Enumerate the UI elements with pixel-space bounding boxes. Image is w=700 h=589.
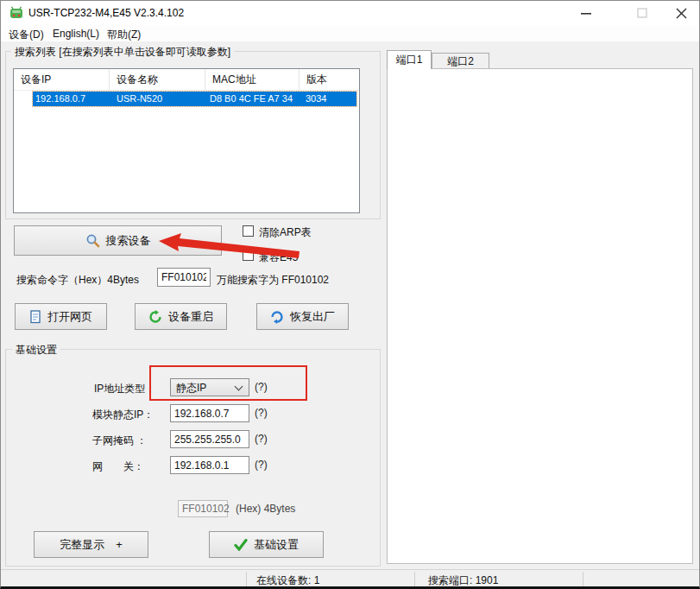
- clear-arp-label: 清除ARP表: [259, 225, 312, 240]
- tab-port2-label: 端口2: [447, 54, 474, 69]
- check-icon: [234, 539, 248, 551]
- static-ip-help-link[interactable]: (?): [255, 407, 268, 419]
- status-divider: [414, 572, 415, 586]
- gateway-label: 网 关：: [92, 459, 144, 474]
- static-ip-label: 模块静态IP：: [92, 408, 154, 422]
- maximize-icon: [637, 8, 647, 18]
- col-header-mac[interactable]: MAC地址: [205, 69, 300, 91]
- tab-port1-label: 端口1: [396, 53, 423, 67]
- cell-device-ip: 192.168.0.7: [35, 93, 85, 104]
- minimize-button[interactable]: [566, 1, 605, 25]
- tab-port2[interactable]: 端口2: [432, 53, 489, 69]
- webpage-icon: [29, 310, 41, 324]
- search-device-button[interactable]: 搜索设备: [14, 225, 222, 256]
- compat-e45-checkbox[interactable]: [243, 250, 254, 261]
- title-bar: USR-TCP232-M4,E45 V2.3.4.102: [1, 1, 699, 25]
- gateway-help-link[interactable]: (?): [255, 459, 268, 471]
- subnet-label: 子网掩码 ：: [92, 434, 147, 448]
- status-divider: [583, 572, 583, 586]
- subnet-input[interactable]: [170, 430, 249, 448]
- window-title: USR-TCP232-M4,E45 V2.3.4.102: [28, 7, 184, 19]
- menu-bar: 设备(D) English(L) 帮助(Z): [1, 25, 699, 41]
- app-window: USR-TCP232-M4,E45 V2.3.4.102 设备(D) Engli…: [0, 0, 700, 589]
- basic-setup-label: 基础设置: [254, 537, 299, 553]
- status-divider: [246, 572, 247, 586]
- gateway-input[interactable]: [170, 456, 249, 474]
- ip-type-combobox[interactable]: 静态IP: [170, 378, 249, 396]
- status-bar: 在线设备数: 1 搜索端口: 1901: [1, 569, 699, 588]
- close-button[interactable]: [662, 1, 700, 25]
- col-header-device-name[interactable]: 设备名称: [110, 69, 205, 91]
- ip-type-value: 静态IP: [176, 380, 206, 395]
- table-row-selected[interactable]: 192.168.0.7 USR-N520 D8 B0 4C FE A7 34 3…: [33, 92, 356, 106]
- device-table: 设备IP 设备名称 MAC地址 版本 192.168.0.7 USR-N520 …: [13, 68, 360, 213]
- ip-type-help-link[interactable]: (?): [255, 381, 268, 393]
- basic-settings-group-title: 基础设置: [12, 343, 60, 358]
- minimize-icon: [581, 8, 591, 18]
- search-cmd-input[interactable]: [157, 268, 211, 287]
- chevron-down-icon: [235, 382, 243, 390]
- app-logo-icon: [9, 6, 23, 20]
- hex-code-suffix: (Hex) 4Bytes: [236, 503, 295, 515]
- cell-version: 3034: [306, 93, 326, 104]
- maximize-button: [622, 1, 661, 25]
- search-icon: [85, 233, 100, 248]
- static-ip-input[interactable]: [170, 404, 249, 422]
- menu-help[interactable]: 帮助(Z): [103, 27, 145, 43]
- close-icon: [676, 8, 687, 19]
- search-device-label: 搜索设备: [106, 233, 151, 249]
- port1-tab-page: [387, 68, 693, 564]
- restart-device-label: 设备重启: [168, 309, 213, 325]
- factory-reset-icon: [270, 310, 284, 324]
- hex-code-display: FF010102: [178, 500, 228, 517]
- restart-icon: [148, 310, 162, 324]
- search-port-status: 搜索端口: 1901: [428, 573, 498, 588]
- open-webpage-label: 打开网页: [47, 309, 92, 325]
- tab-port1[interactable]: 端口1: [387, 50, 432, 69]
- search-cmd-label: 搜索命令字（Hex）4Bytes: [16, 273, 139, 288]
- online-device-count: 在线设备数: 1: [256, 573, 319, 588]
- menu-english[interactable]: English(L): [48, 27, 104, 41]
- full-display-button[interactable]: 完整显示 +: [34, 531, 148, 558]
- search-cmd-hint: 万能搜索字为 FF010102: [217, 273, 329, 288]
- basic-setup-button[interactable]: 基础设置: [209, 531, 324, 558]
- open-webpage-button[interactable]: 打开网页: [15, 303, 107, 330]
- full-display-label: 完整显示 +: [60, 537, 123, 553]
- menu-device[interactable]: 设备(D): [4, 27, 48, 43]
- factory-reset-label: 恢复出厂: [290, 309, 335, 325]
- ip-type-label: IP地址类型：: [94, 382, 155, 396]
- clear-arp-checkbox[interactable]: [243, 225, 254, 237]
- restart-device-button[interactable]: 设备重启: [135, 303, 227, 330]
- subnet-help-link[interactable]: (?): [255, 433, 268, 445]
- search-list-group-title: 搜索列表 [在搜索列表中单击设备即可读取参数]: [11, 45, 234, 60]
- col-header-version[interactable]: 版本: [300, 69, 359, 91]
- compat-e45-label: 兼容E45: [259, 250, 298, 265]
- cell-mac: D8 B0 4C FE A7 34: [210, 93, 293, 104]
- col-header-device-ip[interactable]: 设备IP: [14, 69, 110, 91]
- factory-reset-button[interactable]: 恢复出厂: [256, 303, 349, 330]
- cell-device-name: USR-N520: [117, 93, 162, 104]
